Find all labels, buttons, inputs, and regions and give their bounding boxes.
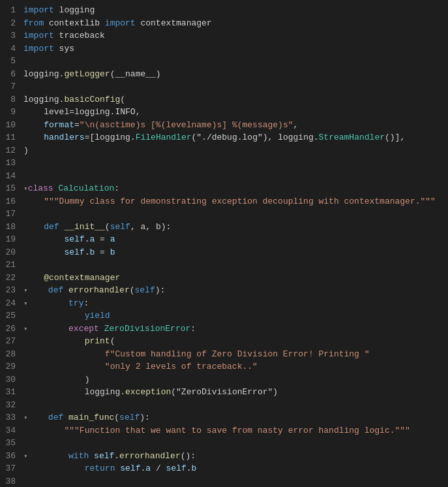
line-content — [23, 157, 448, 170]
line-content: ▾ try: — [23, 297, 448, 310]
line-number: 27 — [0, 335, 23, 348]
line-content: ▾ except ZeroDivisionError: — [23, 322, 448, 336]
line-number: 14 — [0, 170, 23, 183]
line-content: @contextmanager — [23, 272, 448, 285]
line-number: 22 — [0, 272, 23, 285]
line-content: format="\n(asctime)s [%(levelname)s] %(m… — [23, 119, 448, 132]
code-line: 28 f"Custom handling of Zero Division Er… — [0, 348, 448, 361]
line-number: 38 — [0, 475, 23, 488]
code-line: 21 — [0, 259, 448, 272]
line-number: 5 — [0, 55, 23, 68]
line-content: from contextlib import contextmanager — [23, 17, 448, 30]
line-number: 20 — [0, 246, 23, 259]
line-content — [23, 80, 448, 93]
code-line: 14 — [0, 170, 448, 183]
code-line: 11 handlers=[logging.FileHandler("./debu… — [0, 131, 448, 144]
code-line: 10 format="\n(asctime)s [%(levelname)s] … — [0, 119, 448, 132]
line-content: logging.getLogger(__name__) — [23, 68, 448, 81]
code-line: 36▾ with self.errorhandler(): — [0, 450, 448, 463]
line-number: 28 — [0, 348, 23, 361]
line-content: def __init__(self, a, b): — [23, 221, 448, 234]
line-content: ▾class Calculation: — [23, 182, 448, 195]
line-number: 32 — [0, 399, 23, 412]
line-number: 36 — [0, 450, 23, 463]
line-number: 10 — [0, 119, 23, 132]
line-number: 13 — [0, 157, 23, 170]
line-number: 8 — [0, 93, 23, 106]
code-line: 18 def __init__(self, a, b): — [0, 221, 448, 234]
line-number: 16 — [0, 195, 23, 208]
code-line: 12) — [0, 144, 448, 157]
line-number: 18 — [0, 221, 23, 234]
line-content — [23, 170, 448, 183]
line-content — [23, 55, 448, 68]
code-line: 24▾ try: — [0, 297, 448, 310]
line-number: 29 — [0, 360, 23, 373]
code-line: 3import traceback — [0, 29, 448, 42]
line-number: 2 — [0, 17, 23, 30]
line-number: 11 — [0, 131, 23, 144]
line-number: 7 — [0, 80, 23, 93]
code-line: 4import sys — [0, 42, 448, 55]
line-number: 33 — [0, 411, 23, 424]
code-line: 5 — [0, 55, 448, 68]
line-content: return self.a / self.b — [23, 462, 448, 475]
line-content — [23, 208, 448, 221]
line-number: 1 — [0, 4, 23, 17]
line-content: print( — [23, 335, 448, 348]
line-content: import logging — [23, 4, 448, 17]
line-content: ) — [23, 144, 448, 157]
code-line: 31 logging.exception("ZeroDivisionError"… — [0, 386, 448, 399]
line-number: 15 — [0, 182, 23, 195]
code-line: 15▾class Calculation: — [0, 182, 448, 195]
code-line: 32 — [0, 399, 448, 412]
line-content — [23, 259, 448, 272]
line-content: import sys — [23, 42, 448, 55]
code-line: 30 ) — [0, 373, 448, 386]
line-content — [23, 475, 448, 488]
code-line: 7 — [0, 80, 448, 93]
line-number: 9 — [0, 106, 23, 119]
line-content: logging.basicConfig( — [23, 93, 448, 106]
line-number: 31 — [0, 386, 23, 399]
line-content: """Function that we want to save from na… — [23, 424, 448, 437]
code-line: 37 return self.a / self.b — [0, 462, 448, 475]
line-content: import traceback — [23, 29, 448, 42]
line-content — [23, 437, 448, 450]
line-content: f"Custom handling of Zero Division Error… — [23, 348, 448, 361]
code-line: 16 """Dummy class for demonstrating exce… — [0, 195, 448, 208]
line-number: 30 — [0, 373, 23, 386]
code-line: 33▾ def main_func(self): — [0, 411, 448, 424]
code-line: 23▾ def errorhandler(self): — [0, 284, 448, 297]
code-line: 6logging.getLogger(__name__) — [0, 68, 448, 81]
line-content: yield — [23, 309, 448, 322]
code-line: 8logging.basicConfig( — [0, 93, 448, 106]
line-content: ▾ def errorhandler(self): — [23, 284, 448, 297]
line-number: 24 — [0, 297, 23, 310]
code-line: 26▾ except ZeroDivisionError: — [0, 322, 448, 336]
line-number: 34 — [0, 424, 23, 437]
code-line: 38 — [0, 475, 448, 488]
line-number: 12 — [0, 144, 23, 157]
code-line: 22 @contextmanager — [0, 272, 448, 285]
line-number: 26 — [0, 322, 23, 336]
line-number: 21 — [0, 259, 23, 272]
code-line: 20 self.b = b — [0, 246, 448, 259]
code-line: 27 print( — [0, 335, 448, 348]
code-line: 25 yield — [0, 309, 448, 322]
line-content: level=logging.INFO, — [23, 106, 448, 119]
line-content: logging.exception("ZeroDivisionError") — [23, 386, 448, 399]
line-number: 4 — [0, 42, 23, 55]
code-line: 9 level=logging.INFO, — [0, 106, 448, 119]
line-content: handlers=[logging.FileHandler("./debug.l… — [23, 131, 448, 144]
line-content — [23, 399, 448, 412]
line-number: 37 — [0, 462, 23, 475]
code-editor: 1import logging2from contextlib import c… — [0, 0, 448, 487]
code-line: 17 — [0, 208, 448, 221]
line-number: 25 — [0, 309, 23, 322]
code-line: 1import logging — [0, 4, 448, 17]
line-content: """Dummy class for demonstrating excepti… — [23, 195, 448, 208]
line-content: ) — [23, 373, 448, 386]
code-line: 13 — [0, 157, 448, 170]
code-line: 29 "only 2 levels of traceback.." — [0, 360, 448, 373]
